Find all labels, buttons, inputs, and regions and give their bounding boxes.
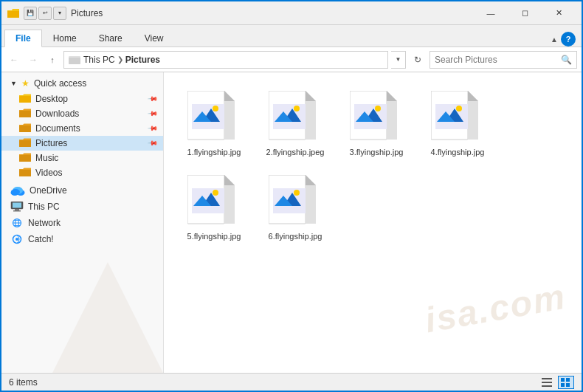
svg-rect-13 (13, 203, 21, 208)
file-item[interactable]: 2.flyingship.jpeg (258, 86, 332, 162)
svg-point-43 (375, 106, 381, 111)
folder-icon (19, 138, 31, 148)
search-box[interactable]: 🔍 (430, 51, 577, 69)
file-item[interactable]: 4.flyingship.jpg (421, 86, 494, 162)
file-area: isa.com (164, 72, 582, 373)
folder-icon (19, 109, 31, 119)
toolbar-dropdown[interactable]: ▾ (53, 7, 66, 20)
svg-point-22 (15, 238, 18, 241)
svg-rect-67 (542, 385, 552, 387)
large-icon-view-button[interactable] (558, 376, 574, 389)
main-content: ▼ ★ Quick access Desktop 📌 (1, 72, 582, 373)
file-icon (350, 91, 397, 145)
svg-marker-25 (224, 91, 235, 101)
svg-point-36 (294, 106, 300, 111)
path-pictures: Pictures (125, 55, 160, 65)
file-name: 2.flyingship.jpeg (266, 147, 325, 157)
sidebar-item-this-pc[interactable]: This PC (1, 199, 163, 214)
quick-access-header[interactable]: ▼ ★ Quick access (1, 75, 163, 92)
file-item[interactable]: 6.flyingship.jpg (258, 170, 332, 247)
file-item[interactable]: 5.flyingship.jpg (177, 170, 251, 247)
sidebar-item-network[interactable]: Network (1, 216, 163, 230)
svg-marker-60 (306, 175, 316, 185)
minimize-button[interactable]: — (474, 1, 508, 25)
sidebar-item-desktop[interactable]: Desktop 📌 (1, 92, 163, 106)
file-thumbnail (350, 91, 403, 144)
sidebar-item-videos-label: Videos (35, 168, 62, 178)
search-input[interactable] (435, 55, 558, 65)
list-view-icon (542, 378, 552, 387)
star-icon: ★ (21, 78, 30, 89)
svg-rect-5 (19, 140, 31, 147)
close-button[interactable]: ✕ (542, 1, 576, 25)
svg-rect-7 (19, 170, 31, 176)
search-icon[interactable]: 🔍 (561, 55, 572, 65)
svg-rect-6 (19, 155, 31, 162)
sidebar-item-network-label: Network (28, 218, 61, 228)
tab-file[interactable]: File (4, 30, 42, 47)
window-title: Pictures (71, 8, 474, 18)
file-name: 6.flyingship.jpg (269, 231, 322, 241)
svg-point-11 (11, 189, 20, 195)
sidebar-item-music[interactable]: Music (1, 151, 163, 165)
sidebar-item-pictures-label: Pictures (35, 138, 67, 148)
pin-icon: 📌 (148, 138, 159, 149)
pin-icon: 📌 (148, 109, 159, 120)
ribbon-tabs: File Home Share View ▲ ? (1, 25, 582, 47)
save-button[interactable]: 💾 (24, 7, 37, 20)
sidebar-item-videos[interactable]: Videos (1, 165, 163, 180)
svg-marker-53 (224, 175, 235, 185)
tab-share[interactable]: Share (88, 29, 134, 47)
forward-button[interactable]: → (25, 52, 41, 68)
address-dropdown[interactable]: ▼ (391, 51, 406, 69)
file-icon (431, 91, 478, 145)
svg-marker-32 (306, 91, 316, 101)
sidebar-item-downloads-label: Downloads (35, 109, 79, 119)
undo-button[interactable]: ↩ (38, 7, 52, 20)
up-button[interactable]: ↑ (44, 52, 61, 68)
grid-view-icon (561, 378, 571, 387)
sidebar-item-catch-label: Catch! (28, 234, 54, 244)
svg-point-50 (456, 106, 462, 111)
address-bar: ← → ↑ This PC ❯ Pictures ▼ ↻ 🔍 (1, 47, 582, 72)
list-view-button[interactable] (539, 376, 555, 389)
item-count: 6 items (9, 377, 38, 388)
sidebar-item-downloads[interactable]: Downloads 📌 (1, 106, 163, 121)
ribbon-right: ▲ ? (551, 32, 582, 47)
back-button[interactable]: ← (6, 52, 22, 68)
path-this-pc: This PC (83, 55, 115, 65)
window-icon (7, 7, 19, 19)
address-path[interactable]: This PC ❯ Pictures (63, 51, 388, 69)
chevron-down-icon: ▼ (10, 80, 17, 87)
svg-rect-71 (566, 383, 570, 387)
view-controls (539, 376, 574, 389)
sidebar-item-catch[interactable]: Catch! (1, 232, 163, 247)
svg-point-57 (213, 190, 218, 196)
tab-home[interactable]: Home (42, 29, 88, 47)
maximize-button[interactable]: ◻ (508, 1, 542, 25)
tab-view[interactable]: View (134, 29, 175, 47)
computer-icon (10, 202, 24, 212)
folder-icon (19, 94, 31, 104)
refresh-button[interactable]: ↻ (409, 51, 427, 69)
sidebar-item-documents-label: Documents (35, 123, 80, 134)
file-grid: 1.flyingship.jpg (171, 80, 574, 253)
file-thumbnail (269, 91, 322, 144)
file-icon (187, 91, 235, 145)
catch-icon (10, 234, 24, 244)
window: 💾 ↩ ▾ Pictures — ◻ ✕ File Home Share Vie… (0, 0, 583, 392)
svg-rect-4 (19, 125, 31, 132)
quick-access-label: Quick access (34, 78, 86, 89)
file-item[interactable]: 3.flyingship.jpg (339, 86, 413, 162)
file-item[interactable]: 1.flyingship.jpg (177, 86, 251, 162)
folder-icon (19, 153, 31, 163)
sidebar-item-documents[interactable]: Documents 📌 (1, 121, 163, 136)
sidebar-item-music-label: Music (35, 153, 58, 163)
svg-marker-39 (387, 91, 397, 101)
sidebar-item-pictures[interactable]: Pictures 📌 (1, 136, 163, 151)
sidebar-item-desktop-label: Desktop (35, 94, 68, 104)
folder-icon (19, 123, 31, 134)
ribbon-collapse[interactable]: ▲ (551, 35, 558, 44)
sidebar-item-onedrive[interactable]: OneDrive (1, 183, 163, 198)
help-button[interactable]: ? (561, 32, 576, 47)
